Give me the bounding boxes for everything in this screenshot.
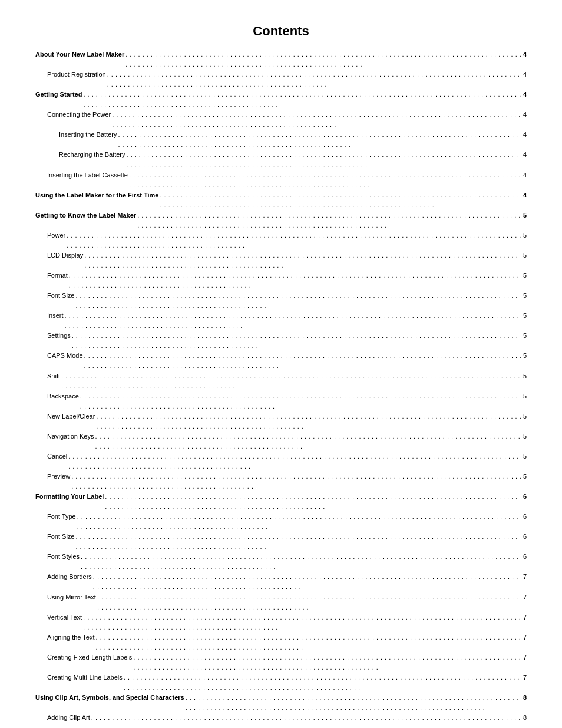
toc-entry-label: Settings: [35, 331, 71, 341]
toc-entry-dots: . . . . . . . . . . . . . . . . . . . . …: [96, 411, 522, 431]
toc-entry-label: Vertical Text: [35, 612, 82, 622]
toc-entry: Adding Borders . . . . . . . . . . . . .…: [35, 572, 527, 592]
toc-entry-label: Cancel: [35, 452, 67, 462]
toc-entry: Vertical Text . . . . . . . . . . . . . …: [35, 612, 527, 633]
toc-entry-label: About Your New Label Maker: [35, 50, 124, 60]
toc-entry-page: 5: [523, 230, 527, 241]
toc-entry-dots: . . . . . . . . . . . . . . . . . . . . …: [137, 210, 522, 230]
toc-entry-page: 5: [523, 251, 527, 261]
toc-entry-label: Font Styles: [35, 552, 80, 562]
toc-entry-dots: . . . . . . . . . . . . . . . . . . . . …: [71, 472, 522, 492]
toc-entry-label: Shift: [35, 371, 60, 381]
toc-entry-dots: . . . . . . . . . . . . . . . . . . . . …: [83, 612, 522, 633]
toc-entry-dots: . . . . . . . . . . . . . . . . . . . . …: [186, 693, 522, 713]
toc-entry-page: 4: [523, 90, 527, 100]
toc-entry: Font Size . . . . . . . . . . . . . . . …: [35, 532, 527, 552]
toc-entry: Shift . . . . . . . . . . . . . . . . . …: [35, 371, 527, 391]
toc-entry-page: 7: [523, 673, 527, 683]
toc-entry-page: 5: [523, 331, 527, 341]
toc-entry-page: 7: [523, 572, 527, 582]
toc-entry: Getting to Know the Label Maker . . . . …: [35, 210, 527, 230]
toc-entry: Using Clip Art, Symbols, and Special Cha…: [35, 693, 527, 713]
toc-entry-dots: . . . . . . . . . . . . . . . . . . . . …: [124, 673, 522, 693]
toc-entry-page: 5: [523, 472, 527, 482]
toc-entry-dots: . . . . . . . . . . . . . . . . . . . . …: [68, 452, 522, 472]
toc-entry-label: Inserting the Battery: [35, 130, 117, 140]
toc-entry-label: Using Clip Art, Symbols, and Special Cha…: [35, 693, 184, 703]
toc-entry: Using the Label Maker for the First Time…: [35, 190, 527, 210]
toc-entry-label: CAPS Mode: [35, 351, 83, 361]
toc-entry-dots: . . . . . . . . . . . . . . . . . . . . …: [107, 70, 522, 90]
toc-entry-page: 4: [523, 130, 527, 140]
toc-entry-label: Format: [35, 271, 68, 281]
toc-entry: LCD Display . . . . . . . . . . . . . . …: [35, 251, 527, 271]
toc-table: About Your New Label Maker . . . . . . .…: [35, 50, 527, 728]
toc-entry-page: 5: [523, 210, 527, 220]
toc-entry: Format . . . . . . . . . . . . . . . . .…: [35, 271, 527, 291]
toc-entry-dots: . . . . . . . . . . . . . . . . . . . . …: [129, 170, 522, 190]
toc-entry-dots: . . . . . . . . . . . . . . . . . . . . …: [83, 90, 521, 110]
toc-entry: Getting Started . . . . . . . . . . . . …: [35, 90, 527, 110]
toc-entry-page: 8: [523, 693, 527, 703]
toc-entry: Using Mirror Text . . . . . . . . . . . …: [35, 592, 527, 612]
toc-entry-label: Creating Multi-Line Labels: [35, 673, 123, 683]
toc-entry-dots: . . . . . . . . . . . . . . . . . . . . …: [118, 130, 521, 150]
toc-entry: Product Registration . . . . . . . . . .…: [35, 70, 527, 90]
toc-entry-dots: . . . . . . . . . . . . . . . . . . . . …: [105, 492, 522, 512]
toc-entry-dots: . . . . . . . . . . . . . . . . . . . . …: [61, 371, 522, 391]
toc-entry-page: 4: [523, 190, 527, 200]
toc-entry-page: 4: [523, 110, 527, 120]
toc-entry-page: 5: [523, 411, 527, 421]
toc-entry-label: Connecting the Power: [35, 110, 111, 120]
toc-entry-dots: . . . . . . . . . . . . . . . . . . . . …: [65, 311, 522, 331]
toc-entry-label: Getting Started: [35, 90, 82, 100]
toc-entry-page: 5: [523, 431, 527, 442]
toc-entry: Insert . . . . . . . . . . . . . . . . .…: [35, 311, 527, 331]
toc-entry-label: Aligning the Text: [35, 633, 95, 643]
toc-entry: Power . . . . . . . . . . . . . . . . . …: [35, 230, 527, 251]
toc-entry-dots: . . . . . . . . . . . . . . . . . . . . …: [75, 532, 521, 552]
toc-entry: Recharging the Battery . . . . . . . . .…: [35, 150, 527, 170]
toc-entry-page: 5: [523, 452, 527, 462]
toc-entry-dots: . . . . . . . . . . . . . . . . . . . . …: [127, 150, 522, 170]
toc-entry-label: Using Mirror Text: [35, 592, 96, 602]
toc-entry-label: Formatting Your Label: [35, 492, 104, 502]
toc-entry: Adding Clip Art . . . . . . . . . . . . …: [35, 713, 527, 728]
toc-entry: Formatting Your Label . . . . . . . . . …: [35, 492, 527, 512]
toc-entry-label: Using the Label Maker for the First Time: [35, 190, 158, 200]
toc-entry-label: Adding Clip Art: [35, 713, 90, 723]
toc-entry-label: Preview: [35, 472, 70, 482]
toc-entry-page: 5: [523, 291, 527, 301]
toc-entry-page: 5: [523, 391, 527, 401]
toc-entry-dots: . . . . . . . . . . . . . . . . . . . . …: [80, 391, 522, 411]
toc-entry: Creating Fixed-Length Labels . . . . . .…: [35, 653, 527, 673]
toc-entry: Connecting the Power . . . . . . . . . .…: [35, 110, 527, 130]
toc-entry-label: Creating Fixed-Length Labels: [35, 653, 132, 663]
toc-entry-label: Power: [35, 230, 65, 241]
toc-entry-label: New Label/Clear: [35, 411, 95, 421]
toc-entry: Cancel . . . . . . . . . . . . . . . . .…: [35, 452, 527, 472]
toc-entry-page: 5: [523, 311, 527, 321]
toc-entry-page: 7: [523, 612, 527, 622]
toc-entry-label: Font Type: [35, 512, 76, 522]
toc-entry-dots: . . . . . . . . . . . . . . . . . . . . …: [160, 190, 521, 210]
toc-entry-label: Inserting the Label Cassette: [35, 170, 128, 180]
toc-entry-page: 5: [523, 271, 527, 281]
toc-entry-label: Adding Borders: [35, 572, 92, 582]
toc-entry-page: 7: [523, 653, 527, 663]
toc-entry-label: Product Registration: [35, 70, 106, 80]
toc-entry: Font Size . . . . . . . . . . . . . . . …: [35, 291, 527, 311]
toc-entry: Creating Multi-Line Labels . . . . . . .…: [35, 673, 527, 693]
toc-entry-dots: . . . . . . . . . . . . . . . . . . . . …: [133, 653, 522, 673]
toc-entry-page: 4: [523, 50, 527, 60]
toc-entry-dots: . . . . . . . . . . . . . . . . . . . . …: [75, 291, 521, 311]
toc-entry: Inserting the Battery . . . . . . . . . …: [35, 130, 527, 150]
toc-entry-page: 6: [523, 492, 527, 502]
toc-entry-dots: . . . . . . . . . . . . . . . . . . . . …: [77, 512, 522, 532]
toc-entry: Settings . . . . . . . . . . . . . . . .…: [35, 331, 527, 351]
toc-entry-page: 4: [523, 170, 527, 180]
toc-entry-dots: . . . . . . . . . . . . . . . . . . . . …: [112, 110, 522, 130]
toc-entry: Navigation Keys . . . . . . . . . . . . …: [35, 431, 527, 452]
toc-entry-page: 7: [523, 633, 527, 643]
toc-entry-dots: . . . . . . . . . . . . . . . . . . . . …: [125, 50, 522, 70]
